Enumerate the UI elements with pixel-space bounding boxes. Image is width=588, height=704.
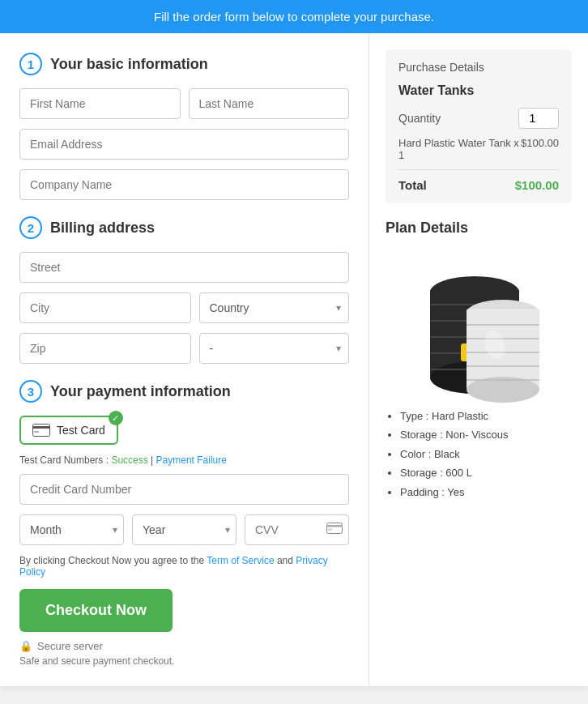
expiry-cvv-row: Month 01020304 05060708 09101112 ▾ Year … — [19, 514, 349, 545]
month-select[interactable]: Month 01020304 05060708 09101112 — [19, 514, 124, 545]
total-price: $100.00 — [515, 178, 559, 192]
plan-feature-item: Storage : Non- Viscous — [400, 425, 572, 444]
right-panel: Purchase Details Water Tanks Quantity Ha… — [369, 33, 588, 686]
section1-title: Your basic information — [50, 56, 208, 73]
failure-link[interactable]: Payment Failure — [156, 454, 227, 466]
month-select-wrap: Month 01020304 05060708 09101112 ▾ — [19, 514, 124, 545]
section-billing-header: 2 Billing address — [19, 216, 349, 239]
section3-title: Your payment information — [50, 383, 231, 400]
city-input[interactable] — [19, 292, 191, 323]
country-select-wrap: Country ▾ — [199, 292, 350, 323]
tank-image-container: ISN — [386, 248, 572, 394]
zip-state-row: - ▾ — [19, 333, 349, 364]
svg-rect-2 — [34, 431, 39, 433]
page-wrapper: Fill the order form below to complete yo… — [0, 0, 588, 686]
lock-icon: 🔒 — [19, 640, 32, 652]
item-label: Hard Plastic Water Tank x 1 — [398, 137, 521, 161]
credit-card-icon — [32, 424, 50, 437]
zip-input[interactable] — [19, 333, 191, 364]
safe-note: Safe and secure payment checkout. — [19, 655, 349, 667]
total-label: Total — [398, 178, 427, 192]
product-name: Water Tanks — [398, 83, 559, 98]
purchase-details-title: Purchase Details — [398, 61, 559, 74]
section3-number: 3 — [19, 380, 42, 403]
secure-server: 🔒 Secure server — [19, 640, 349, 652]
success-link[interactable]: Success — [111, 454, 147, 466]
purchase-details-box: Purchase Details Water Tanks Quantity Ha… — [386, 49, 572, 203]
street-input[interactable] — [19, 252, 349, 283]
svg-point-18 — [467, 377, 539, 403]
section2-title: Billing address — [50, 220, 155, 237]
main-content: 1 Your basic information 2 Billing addre… — [0, 33, 588, 686]
company-group — [19, 169, 349, 200]
total-row: Total $100.00 — [398, 178, 559, 192]
credit-card-input[interactable] — [19, 474, 349, 505]
state-select-wrap: - ▾ — [199, 333, 350, 364]
test-card-numbers: Test Card Numbers : Success | Payment Fa… — [19, 454, 349, 466]
cvv-card-icon — [326, 523, 343, 537]
section-basic-info-header: 1 Your basic information — [19, 53, 349, 75]
checkout-button[interactable]: Checkout Now — [19, 589, 173, 632]
total-divider — [398, 169, 559, 170]
city-country-row: Country ▾ — [19, 292, 349, 323]
banner-text: Fill the order form below to complete yo… — [154, 10, 434, 23]
year-select[interactable]: Year 2024202520262027 — [132, 514, 236, 545]
last-name-input[interactable] — [189, 88, 350, 119]
svg-rect-0 — [33, 425, 50, 437]
country-select[interactable]: Country — [199, 292, 350, 323]
test-card-label: Test Card — [57, 424, 105, 437]
credit-card-group — [19, 474, 349, 505]
svg-rect-3 — [327, 523, 343, 534]
quantity-label: Quantity — [398, 112, 441, 125]
quantity-row: Quantity — [398, 108, 559, 129]
plan-features-list: Type : Hard PlasticStorage : Non- Viscou… — [386, 407, 572, 501]
cvv-wrap — [245, 514, 349, 545]
left-panel: 1 Your basic information 2 Billing addre… — [0, 33, 369, 686]
email-input[interactable] — [19, 129, 349, 160]
plan-feature-item: Color : Black — [400, 445, 572, 463]
svg-rect-1 — [32, 426, 50, 429]
tank-image: ISN — [406, 248, 552, 394]
state-select[interactable]: - — [199, 333, 350, 364]
card-check-badge: ✓ — [109, 411, 123, 425]
name-row — [19, 88, 349, 119]
quantity-input[interactable] — [518, 108, 559, 129]
street-group — [19, 252, 349, 283]
terms-text: By clicking Checkout Now you agree to th… — [19, 555, 349, 578]
plan-feature-item: Storage : 600 L — [400, 463, 572, 482]
plan-feature-item: Padding : Yes — [400, 483, 572, 501]
company-input[interactable] — [19, 169, 349, 200]
svg-rect-4 — [326, 525, 343, 527]
test-card-option[interactable]: Test Card ✓ — [19, 416, 118, 445]
svg-rect-5 — [328, 529, 332, 531]
year-select-wrap: Year 2024202520262027 ▾ — [132, 514, 236, 545]
terms-link[interactable]: Term of Service — [207, 555, 274, 566]
plan-details-title: Plan Details — [386, 220, 572, 237]
item-row: Hard Plastic Water Tank x 1 $100.00 — [398, 137, 559, 161]
top-banner: Fill the order form below to complete yo… — [0, 0, 588, 33]
section2-number: 2 — [19, 216, 42, 239]
email-group — [19, 129, 349, 160]
item-price: $100.00 — [521, 137, 559, 161]
card-selector: Test Card ✓ — [19, 416, 349, 445]
section-payment-header: 3 Your payment information — [19, 380, 349, 403]
first-name-input[interactable] — [19, 88, 181, 119]
section1-number: 1 — [19, 53, 42, 75]
